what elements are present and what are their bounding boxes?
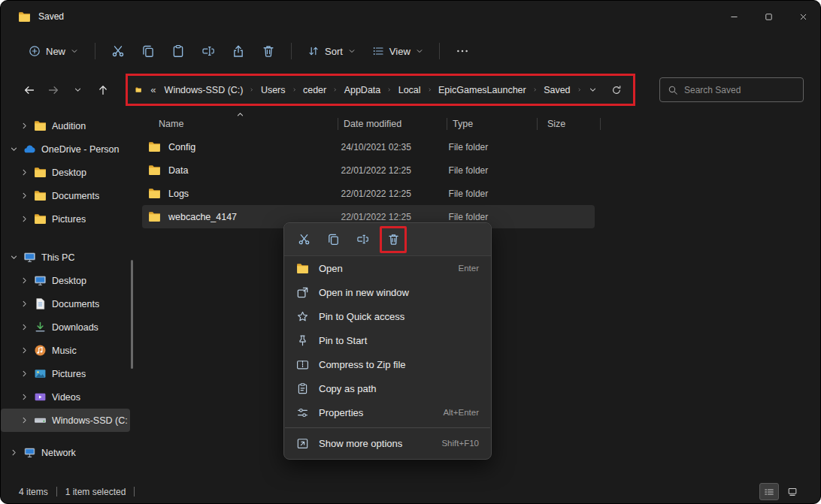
close-button[interactable]	[786, 1, 820, 32]
folder-icon	[18, 11, 31, 23]
context-item-open-new-window[interactable]: Open in new window	[288, 280, 487, 304]
recent-locations-button[interactable]	[65, 78, 89, 102]
delete-button[interactable]	[254, 38, 283, 64]
chevron-right-icon[interactable]	[577, 86, 581, 94]
back-button[interactable]	[17, 78, 41, 102]
chevron-down-icon[interactable]	[10, 145, 18, 153]
copy-button[interactable]	[321, 228, 345, 252]
column-header-date-modified[interactable]: Date modified	[338, 113, 447, 135]
rename-button[interactable]	[350, 228, 374, 252]
column-headers: Name Date modified Type Size	[142, 113, 820, 135]
see-more-button[interactable]	[448, 38, 477, 64]
view-button[interactable]: View	[365, 40, 431, 62]
context-item-show-more-options[interactable]: Show more options Shift+F10	[288, 431, 487, 455]
up-button[interactable]	[91, 78, 115, 102]
sidebar-item-documents[interactable]: Documents	[1, 292, 130, 315]
chevron-right-icon[interactable]	[333, 86, 337, 94]
breadcrumb-overflow[interactable]: «	[147, 84, 159, 95]
breadcrumb-epicgameslauncher[interactable]: EpicGamesLauncher	[434, 82, 531, 98]
file-type: File folder	[443, 142, 532, 152]
chevron-right-icon[interactable]	[20, 346, 29, 355]
file-date-modified: 24/10/2021 02:35	[335, 142, 442, 152]
chevron-right-icon[interactable]	[20, 192, 29, 200]
file-row-config[interactable]: Config 24/10/2021 02:35 File folder	[142, 135, 595, 158]
share-button[interactable]	[224, 38, 253, 64]
sidebar-item-desktop[interactable]: Desktop	[1, 269, 130, 292]
breadcrumb-windows-ssd[interactable]: Windows-SSD (C:)	[160, 82, 248, 98]
breadcrumb-appdata[interactable]: AppData	[340, 82, 386, 98]
large-icons-view-button[interactable]	[783, 483, 802, 500]
chevron-right-icon[interactable]	[20, 323, 29, 331]
sidebar-item-audition[interactable]: Audition	[1, 114, 130, 137]
forward-button[interactable]	[41, 78, 65, 102]
search-input[interactable]	[684, 85, 795, 95]
new-window-icon	[296, 286, 309, 299]
sidebar-item-this-pc[interactable]: This PC	[1, 246, 130, 269]
breadcrumb-ceder[interactable]: ceder	[298, 82, 331, 98]
sidebar-item-downloads[interactable]: Downloads	[1, 315, 130, 339]
cut-button[interactable]	[104, 38, 132, 64]
chevron-right-icon[interactable]	[428, 86, 432, 94]
file-row-data[interactable]: Data 22/01/2022 12:25 File folder	[142, 158, 595, 182]
maximize-button[interactable]	[751, 1, 786, 32]
sidebar-item-od-desktop[interactable]: Desktop	[1, 161, 130, 184]
chevron-right-icon[interactable]	[20, 300, 29, 308]
sidebar-item-videos[interactable]: Videos	[1, 385, 130, 409]
sidebar-item-music[interactable]: Music	[1, 339, 130, 362]
file-name: Config	[168, 142, 195, 152]
chevron-down-icon[interactable]	[10, 253, 18, 261]
maximize-icon	[764, 12, 774, 22]
large-icons-view-icon	[787, 487, 798, 497]
details-view-button[interactable]	[759, 483, 779, 500]
cut-button[interactable]	[292, 228, 316, 252]
context-item-pin-quick-access[interactable]: Pin to Quick access	[288, 304, 487, 328]
address-dropdown-button[interactable]	[583, 81, 601, 99]
context-item-copy-as-path[interactable]: Copy as path	[288, 376, 487, 400]
column-header-size[interactable]: Size	[537, 113, 601, 135]
star-icon	[296, 310, 309, 323]
breadcrumb-users[interactable]: Users	[256, 82, 290, 98]
chevron-right-icon[interactable]	[20, 416, 29, 424]
chevron-right-icon[interactable]	[20, 215, 29, 223]
breadcrumb-local[interactable]: Local	[394, 82, 426, 98]
download-icon	[34, 321, 47, 333]
context-item-open[interactable]: Open Enter	[288, 256, 487, 280]
search-box[interactable]	[659, 77, 804, 102]
file-name: Logs	[168, 189, 189, 199]
chevron-right-icon[interactable]	[20, 393, 29, 401]
chevron-right-icon[interactable]	[20, 370, 29, 378]
chevron-right-icon[interactable]	[10, 448, 18, 457]
chevron-right-icon[interactable]	[20, 168, 29, 177]
breadcrumb-address-bar[interactable]: « Windows-SSD (C:) Users ceder AppData L…	[126, 74, 635, 106]
context-item-compress-zip[interactable]: Compress to Zip file	[288, 352, 487, 376]
sidebar-item-od-documents[interactable]: Documents	[1, 184, 130, 207]
column-header-type[interactable]: Type	[447, 113, 537, 135]
column-header-name[interactable]: Name	[142, 113, 338, 135]
paste-button[interactable]	[164, 38, 192, 64]
refresh-button[interactable]	[607, 81, 626, 99]
sidebar-item-onedrive[interactable]: OneDrive - Person	[1, 137, 130, 161]
sidebar-scrollbar[interactable]	[131, 260, 133, 369]
sort-button[interactable]: Sort	[300, 40, 363, 62]
new-button[interactable]: New	[20, 40, 86, 62]
copy-button[interactable]	[134, 38, 162, 64]
context-item-properties[interactable]: Properties Alt+Enter	[288, 400, 487, 424]
chevron-right-icon[interactable]	[250, 86, 253, 94]
rename-button[interactable]	[194, 38, 223, 64]
sidebar-item-network[interactable]: Network	[1, 441, 130, 464]
context-item-pin-start[interactable]: Pin to Start	[288, 328, 487, 352]
file-row-logs[interactable]: Logs 22/01/2022 12:25 File folder	[142, 182, 595, 205]
chevron-right-icon[interactable]	[292, 86, 296, 94]
minimize-button[interactable]	[716, 1, 751, 32]
sidebar-item-od-pictures[interactable]: Pictures	[1, 207, 130, 231]
chevron-right-icon[interactable]	[387, 86, 391, 94]
shortcut-label: Shift+F10	[441, 439, 479, 448]
delete-button[interactable]	[380, 226, 407, 253]
chevron-right-icon[interactable]	[20, 122, 29, 130]
sidebar-item-pictures[interactable]: Pictures	[1, 362, 130, 385]
sidebar-item-windows-ssd[interactable]: Windows-SSD (C:	[1, 409, 130, 432]
chevron-right-icon[interactable]	[533, 86, 537, 94]
sidebar-item-label: Desktop	[52, 167, 86, 178]
breadcrumb-saved[interactable]: Saved	[539, 82, 574, 98]
chevron-right-icon[interactable]	[20, 276, 29, 285]
